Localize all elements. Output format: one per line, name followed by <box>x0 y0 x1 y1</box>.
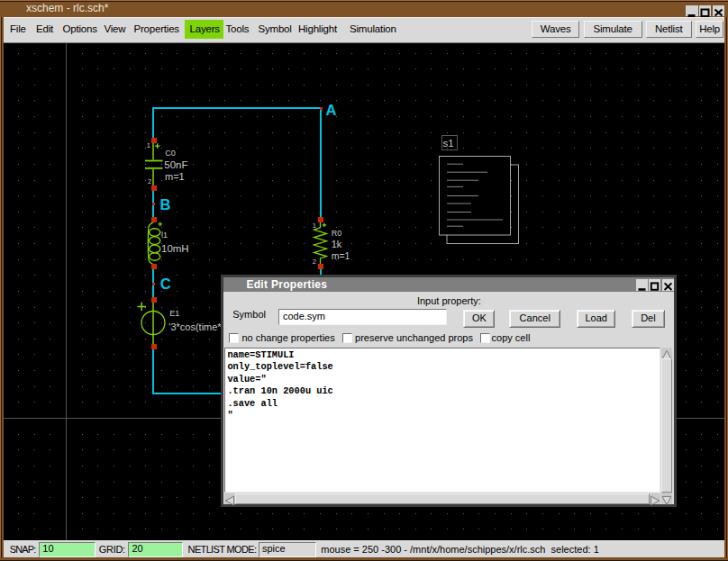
svg-text:1k: 1k <box>332 239 342 249</box>
svg-text:'3*cos(time*ti: '3*cos(time*ti <box>168 321 226 332</box>
svg-text:E1: E1 <box>169 309 179 318</box>
svg-text:B: B <box>159 196 170 213</box>
svg-text:2: 2 <box>148 177 151 185</box>
svg-text:C: C <box>160 276 171 292</box>
svg-text:R0: R0 <box>332 229 342 238</box>
svg-text:1: 1 <box>147 141 150 149</box>
svg-text:C0: C0 <box>165 149 176 158</box>
svg-text:2: 2 <box>313 258 316 266</box>
svg-text:l1: l1 <box>161 231 168 240</box>
svg-text:s1: s1 <box>443 138 454 149</box>
svg-text:10mH: 10mH <box>161 243 189 254</box>
svg-text:50nF: 50nF <box>164 159 187 170</box>
svg-text:m=1: m=1 <box>332 250 350 261</box>
svg-text:1: 1 <box>313 222 316 230</box>
svg-text:A: A <box>326 102 337 118</box>
svg-text:m=1: m=1 <box>165 171 185 182</box>
